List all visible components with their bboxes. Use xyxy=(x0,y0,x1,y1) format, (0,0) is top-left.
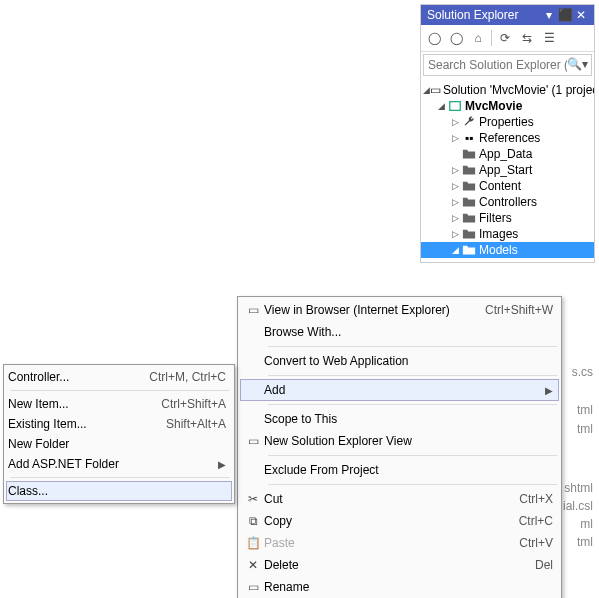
solution-icon: ▭ xyxy=(430,83,441,97)
back-icon[interactable]: ◯ xyxy=(425,29,443,47)
tree-item-controllers[interactable]: ▷ Controllers xyxy=(421,194,594,210)
menu-add[interactable]: Add▶ xyxy=(240,379,559,401)
submenu-class[interactable]: Class... xyxy=(6,481,232,501)
background-files: s.cs tml tml shtml ial.csl ml tml xyxy=(563,364,593,550)
submenu-new-folder[interactable]: New Folder xyxy=(6,434,232,454)
expand-icon[interactable]: ◢ xyxy=(449,245,461,255)
browser-icon: ▭ xyxy=(242,302,264,318)
tree-item-filters[interactable]: ▷ Filters xyxy=(421,210,594,226)
copy-icon: ⧉ xyxy=(242,513,264,529)
folder-icon xyxy=(461,163,477,177)
menu-browse-with[interactable]: Browse With... xyxy=(240,321,559,343)
submenu-existing-item[interactable]: Existing Item...Shift+Alt+A xyxy=(6,414,232,434)
window-icon: ▭ xyxy=(242,433,264,449)
tree-item-models[interactable]: ◢ Models xyxy=(421,242,594,258)
solution-explorer-panel: Solution Explorer ▾ ⬛ ✕ ◯ ◯ ⌂ ⟳ ⇆ ☰ 🔍▾ ◢… xyxy=(420,4,595,263)
menu-delete[interactable]: ✕DeleteDel xyxy=(240,554,559,576)
dropdown-icon[interactable]: ▾ xyxy=(542,8,556,22)
tree-item-images[interactable]: ▷ Images xyxy=(421,226,594,242)
expand-icon[interactable]: ▷ xyxy=(449,181,461,191)
menu-convert[interactable]: Convert to Web Application xyxy=(240,350,559,372)
menu-separator xyxy=(268,404,557,405)
expand-icon[interactable]: ▷ xyxy=(449,213,461,223)
tree-item-content[interactable]: ▷ Content xyxy=(421,178,594,194)
tree-item-appstart[interactable]: ▷ App_Start xyxy=(421,162,594,178)
menu-separator xyxy=(268,484,557,485)
menu-separator xyxy=(10,390,230,391)
menu-paste: 📋PasteCtrl+V xyxy=(240,532,559,554)
menu-exclude[interactable]: Exclude From Project xyxy=(240,459,559,481)
paste-icon: 📋 xyxy=(242,535,264,551)
menu-separator xyxy=(268,346,557,347)
tree-item-properties[interactable]: ▷ Properties xyxy=(421,114,594,130)
expand-icon[interactable]: ▷ xyxy=(449,133,461,143)
menu-copy[interactable]: ⧉CopyCtrl+C xyxy=(240,510,559,532)
refresh-icon[interactable]: ⟳ xyxy=(496,29,514,47)
rename-icon: ▭ xyxy=(242,579,264,595)
submenu-arrow-icon: ▶ xyxy=(218,459,226,470)
expand-icon[interactable]: ▷ xyxy=(449,117,461,127)
search-box[interactable]: 🔍▾ xyxy=(423,54,592,76)
menu-separator xyxy=(10,477,230,478)
folder-icon xyxy=(461,227,477,241)
sync-icon[interactable]: ⇆ xyxy=(518,29,536,47)
home-icon[interactable]: ⌂ xyxy=(469,29,487,47)
submenu-controller[interactable]: Controller...Ctrl+M, Ctrl+C xyxy=(6,367,232,387)
cut-icon: ✂ xyxy=(242,491,264,507)
panel-toolbar: ◯ ◯ ⌂ ⟳ ⇆ ☰ xyxy=(421,25,594,52)
expand-icon[interactable]: ▷ xyxy=(449,197,461,207)
menu-view-browser[interactable]: ▭View in Browser (Internet Explorer)Ctrl… xyxy=(240,299,559,321)
menu-cut[interactable]: ✂CutCtrl+X xyxy=(240,488,559,510)
expand-icon[interactable]: ▷ xyxy=(449,229,461,239)
collapse-icon[interactable]: ☰ xyxy=(540,29,558,47)
project-icon xyxy=(447,99,463,113)
project-node[interactable]: ◢ MvcMovie xyxy=(421,98,594,114)
folder-icon xyxy=(461,195,477,209)
wrench-icon xyxy=(461,115,477,129)
add-submenu: Controller...Ctrl+M, Ctrl+C New Item...C… xyxy=(3,364,235,504)
references-icon: ▪▪ xyxy=(461,131,477,145)
expand-icon[interactable]: ▷ xyxy=(449,165,461,175)
folder-icon xyxy=(461,147,477,161)
menu-separator xyxy=(268,455,557,456)
panel-titlebar: Solution Explorer ▾ ⬛ ✕ xyxy=(421,5,594,25)
tree-item-appdata[interactable]: ▷ App_Data xyxy=(421,146,594,162)
menu-scope[interactable]: Scope to This xyxy=(240,408,559,430)
close-icon[interactable]: ✕ xyxy=(574,8,588,22)
expand-icon[interactable]: ◢ xyxy=(435,101,447,111)
solution-tree: ◢ ▭ Solution 'MvcMovie' (1 project) ◢ Mv… xyxy=(421,78,594,262)
context-menu: ▭View in Browser (Internet Explorer)Ctrl… xyxy=(237,296,562,598)
menu-rename[interactable]: ▭Rename xyxy=(240,576,559,598)
submenu-arrow-icon: ▶ xyxy=(545,385,553,396)
separator xyxy=(491,30,492,46)
svg-rect-0 xyxy=(450,102,461,111)
folder-icon xyxy=(461,211,477,225)
submenu-asp-folder[interactable]: Add ASP.NET Folder▶ xyxy=(6,454,232,474)
expand-icon[interactable]: ◢ xyxy=(423,85,430,95)
solution-node[interactable]: ◢ ▭ Solution 'MvcMovie' (1 project) xyxy=(421,82,594,98)
menu-new-view[interactable]: ▭New Solution Explorer View xyxy=(240,430,559,452)
folder-icon xyxy=(461,243,477,257)
folder-icon xyxy=(461,179,477,193)
submenu-new-item[interactable]: New Item...Ctrl+Shift+A xyxy=(6,394,232,414)
search-icon[interactable]: 🔍▾ xyxy=(567,57,588,71)
panel-title: Solution Explorer xyxy=(427,8,518,22)
delete-icon: ✕ xyxy=(242,557,264,573)
forward-icon[interactable]: ◯ xyxy=(447,29,465,47)
tree-item-references[interactable]: ▷ ▪▪ References xyxy=(421,130,594,146)
menu-separator xyxy=(268,375,557,376)
pin-icon[interactable]: ⬛ xyxy=(558,8,572,22)
